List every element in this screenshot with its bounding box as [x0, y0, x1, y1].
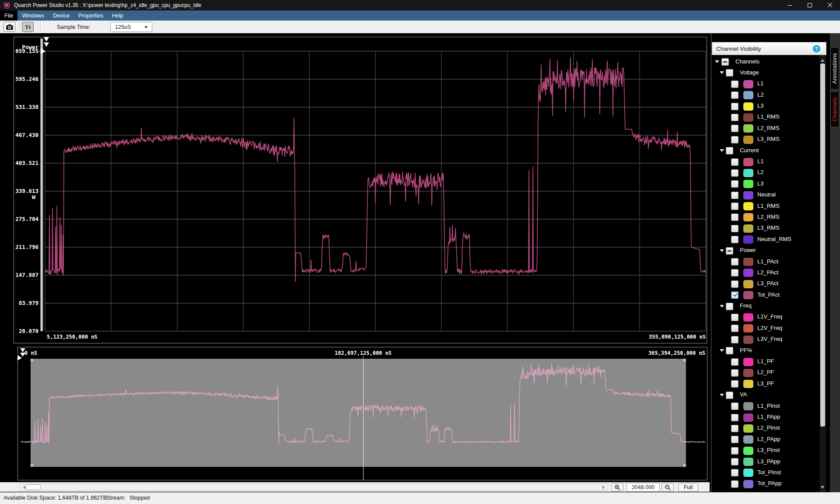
- menu-item-properties[interactable]: Properties: [74, 10, 108, 21]
- checkbox-l2v_freq-unchecked[interactable]: [731, 325, 738, 332]
- channel-row-tot_pinst[interactable]: Tot_PInst: [712, 467, 819, 478]
- selection-resize-handle[interactable]: [31, 359, 34, 362]
- checkbox-l3-unchecked[interactable]: [731, 103, 738, 110]
- channel-row-l1_pf[interactable]: L1_PF: [712, 357, 819, 368]
- side-tab-channels[interactable]: Channels: [830, 91, 839, 127]
- selection-resize-handle[interactable]: [683, 464, 686, 467]
- help-button[interactable]: ?: [813, 45, 820, 52]
- channel-row-freq[interactable]: Freq: [712, 301, 819, 312]
- channel-row-l2_papp[interactable]: L2_PApp: [712, 434, 819, 445]
- tree-expand-icon[interactable]: [720, 249, 724, 254]
- channel-row-l3[interactable]: L3: [712, 101, 819, 112]
- channel-row-l2[interactable]: L2: [712, 168, 819, 178]
- checkbox-current-unchecked[interactable]: [726, 147, 733, 154]
- tree-scrollbar-thumb[interactable]: [820, 63, 825, 427]
- checkbox-l3-unchecked[interactable]: [731, 180, 738, 188]
- overview-chart[interactable]: 0 nS182,697,125,000 nS365,394,250,000 nS: [0, 346, 710, 483]
- zoom-full-button[interactable]: Full: [678, 483, 698, 492]
- channel-row-l1[interactable]: L1: [712, 79, 819, 90]
- text-annotation-button[interactable]: Tt: [22, 22, 34, 32]
- channel-row-l3_pinst[interactable]: L3_PInst: [712, 445, 819, 456]
- zoom-level-field[interactable]: 2048.000: [626, 483, 660, 492]
- selection-resize-handle[interactable]: [31, 464, 34, 467]
- checkbox-l1_pact-unchecked[interactable]: [731, 258, 738, 266]
- checkbox-l1_rms-unchecked[interactable]: [731, 114, 738, 121]
- channel-row-l1_pinst[interactable]: L1_PInst: [712, 401, 819, 412]
- channel-row-l1_papp[interactable]: L1_PApp: [712, 412, 819, 423]
- channel-row-neutral_rms[interactable]: Neutral_RMS: [712, 234, 819, 245]
- horizontal-scrollbar[interactable]: [20, 483, 608, 491]
- channel-row-tot_papp[interactable]: Tot_PApp: [712, 479, 819, 490]
- channel-row-l3_papp[interactable]: L3_PApp: [712, 456, 819, 467]
- scroll-up-icon[interactable]: [821, 57, 824, 62]
- checkbox-neutral_rms-unchecked[interactable]: [731, 236, 738, 243]
- side-tab-annotations[interactable]: Annotations: [830, 47, 839, 89]
- channel-row-l2_pinst[interactable]: L2_PInst: [712, 423, 819, 434]
- minimize-button[interactable]: [780, 0, 800, 10]
- menu-item-help[interactable]: Help: [108, 10, 128, 21]
- maximize-button[interactable]: [800, 0, 820, 10]
- checkbox-l3_pf-unchecked[interactable]: [731, 380, 738, 388]
- channel-row-pf%[interactable]: PF%: [712, 345, 819, 356]
- channel-row-va[interactable]: VA: [712, 390, 819, 401]
- close-button[interactable]: [820, 0, 840, 10]
- checkbox-tot_pinst-unchecked[interactable]: [731, 469, 738, 476]
- checkbox-l1-unchecked[interactable]: [731, 80, 738, 88]
- channel-row-l1_rms[interactable]: L1_RMS: [712, 112, 819, 123]
- channel-row-l1v_freq[interactable]: L1V_Freq: [712, 312, 819, 323]
- scrollbar-thumb[interactable]: [26, 484, 41, 490]
- channel-row-l1[interactable]: L1: [712, 157, 819, 168]
- checkbox-l1v_freq-unchecked[interactable]: [731, 314, 738, 321]
- sample-time-dropdown[interactable]: 125uS: [110, 22, 152, 32]
- tree-expand-icon[interactable]: [720, 305, 724, 310]
- menu-item-device[interactable]: Device: [49, 10, 74, 21]
- channel-row-l3_rms[interactable]: L3_RMS: [712, 223, 819, 234]
- channel-row-l3[interactable]: L3: [712, 178, 819, 189]
- channel-row-l2_pact[interactable]: L2_PAct: [712, 267, 819, 278]
- tree-expand-icon[interactable]: [720, 149, 724, 154]
- channel-row-l3_pact[interactable]: L3_PAct: [712, 279, 819, 290]
- channel-row-l2_rms[interactable]: L2_RMS: [712, 123, 819, 134]
- channel-row-current[interactable]: Current: [712, 145, 819, 156]
- channel-row-l1_rms[interactable]: L1_RMS: [712, 201, 819, 212]
- channel-row-neutral[interactable]: Neutral: [712, 190, 819, 201]
- channel-row-l2v_freq[interactable]: L2V_Freq: [712, 323, 819, 334]
- checkbox-tot_papp-unchecked[interactable]: [731, 480, 738, 488]
- scroll-right-icon[interactable]: [602, 486, 606, 489]
- checkbox-l2_pf-unchecked[interactable]: [731, 369, 738, 377]
- tree-scrollbar[interactable]: [819, 55, 826, 492]
- checkbox-l3_rms-unchecked[interactable]: [731, 136, 738, 144]
- selection-resize-handle[interactable]: [683, 359, 686, 362]
- checkbox-l2_papp-unchecked[interactable]: [731, 436, 738, 443]
- checkbox-l3_papp-unchecked[interactable]: [731, 458, 738, 466]
- checkbox-l1_pinst-unchecked[interactable]: [731, 402, 738, 410]
- channel-row-voltage[interactable]: Voltage: [712, 67, 819, 78]
- checkbox-freq-unchecked[interactable]: [726, 303, 733, 310]
- tree-expand-icon[interactable]: [720, 71, 724, 76]
- channel-row-l3v_freq[interactable]: L3V_Freq: [712, 334, 819, 345]
- zoom-out-button[interactable]: [662, 483, 674, 492]
- checkbox-pf%-unchecked[interactable]: [726, 347, 733, 354]
- channel-row-l3_rms[interactable]: L3_RMS: [712, 134, 819, 145]
- checkbox-l2_pact-unchecked[interactable]: [731, 269, 738, 276]
- channel-row-l2[interactable]: L2: [712, 90, 819, 101]
- checkbox-power-partial[interactable]: [726, 247, 733, 255]
- checkbox-l3v_freq-unchecked[interactable]: [731, 336, 738, 343]
- channel-row-l2_rms[interactable]: L2_RMS: [712, 212, 819, 223]
- tree-expand-icon[interactable]: [720, 394, 724, 399]
- checkbox-l3_rms-unchecked[interactable]: [731, 225, 738, 232]
- checkbox-l1-unchecked[interactable]: [731, 158, 738, 166]
- channel-row-l1_pact[interactable]: L1_PAct: [712, 256, 819, 267]
- checkbox-l1_rms-unchecked[interactable]: [731, 203, 738, 210]
- checkbox-l3_pinst-unchecked[interactable]: [731, 447, 738, 455]
- checkbox-l3_pact-unchecked[interactable]: [731, 280, 738, 288]
- checkbox-l2-unchecked[interactable]: [731, 91, 738, 99]
- menu-item-file[interactable]: File: [0, 10, 18, 21]
- checkbox-l2-unchecked[interactable]: [731, 169, 738, 177]
- checkbox-l2_pinst-unchecked[interactable]: [731, 425, 738, 432]
- channel-row-channels[interactable]: Channels: [712, 56, 819, 67]
- checkbox-l1_pf-unchecked[interactable]: [731, 358, 738, 366]
- tree-expand-icon[interactable]: [720, 349, 724, 354]
- checkbox-tot_pact-checked[interactable]: [731, 291, 738, 299]
- checkbox-l2_rms-unchecked[interactable]: [731, 214, 738, 221]
